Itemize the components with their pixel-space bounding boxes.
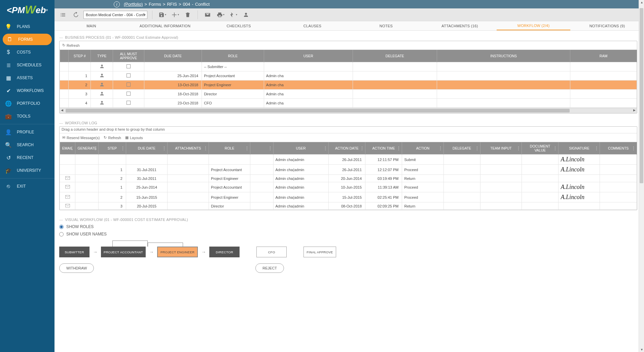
col-header[interactable]: STEP # (69, 50, 91, 62)
section-business-process-label: BUSINESS PROCESS (01 - WF-000001 Cost Es… (59, 35, 637, 39)
table-row[interactable]: 213-Oct-2018Project EngineerAdmin cha (60, 81, 637, 90)
sidebar-item-university[interactable]: 🎓UNIVERSITY (0, 164, 55, 177)
tab-workflow-2-4-[interactable]: WORKFLOW (2/4) (497, 21, 570, 30)
col-header[interactable]: DELEGATE⋮ (443, 142, 480, 155)
col-header[interactable]: ROLE⋮ (209, 142, 250, 155)
col-header[interactable]: DOCUMENT VALUE⋮ (522, 142, 559, 155)
delete-icon[interactable] (183, 10, 193, 20)
col-header[interactable]: GENERATE⋮ (75, 142, 98, 155)
col-header[interactable]: EMAIL⋮ (60, 142, 75, 155)
sidebar-item-profile[interactable]: 👤PROFILE (0, 126, 55, 138)
sidebar-item-costs[interactable]: $COSTS (0, 46, 55, 59)
tab-clauses[interactable]: CLAUSES (276, 21, 349, 30)
flow-box-director[interactable]: DIRECTOR (209, 247, 240, 257)
table-row[interactable]: 131-Jul-2011Project AccountantAdmin cha(… (60, 165, 637, 175)
col-header[interactable]: ALL MUST APPROVE (113, 50, 144, 62)
tab-checklists[interactable]: CHECKLISTS (202, 21, 276, 30)
list-icon[interactable] (58, 10, 68, 20)
col-header[interactable]: TEAM INPUT⋮ (480, 142, 522, 155)
flow-box-submitter[interactable]: SUBMITTER (59, 247, 90, 257)
refresh-log-button[interactable]: ↻ Refresh (104, 135, 121, 140)
col-header[interactable]: ACTION TIME⋮ (365, 142, 402, 155)
col-header[interactable]: INSTRUCTIONS (437, 50, 570, 62)
withdraw-button[interactable]: WITHDRAW (59, 263, 94, 273)
sidebar-item-schedules[interactable]: ≣SCHEDULES (0, 59, 55, 71)
refresh-button[interactable]: ↻ Refresh (62, 43, 80, 47)
table-row[interactable]: 423-Oct-2018CFOAdmin cha (60, 99, 637, 108)
tab-notifications-9-[interactable]: NOTIFICATIONS (9) (570, 21, 644, 30)
checkbox-icon[interactable] (127, 64, 131, 68)
sidebar-item-exit[interactable]: ⎋ EXIT (0, 180, 55, 193)
checkbox-icon[interactable] (127, 73, 131, 77)
info-icon[interactable]: i (114, 1, 120, 7)
action-icon[interactable]: ▾ (228, 10, 238, 20)
col-header[interactable]: ACTION⋮ (402, 142, 443, 155)
table-row[interactable]: 215-Jun-2015Project EngineerAdmin cha(ad… (60, 192, 637, 202)
col-header[interactable]: ROLE (202, 50, 264, 62)
flow-box-cfo[interactable]: CFO (256, 247, 287, 257)
col-header[interactable]: USER (264, 50, 353, 62)
print-icon[interactable]: ▾ (215, 10, 225, 20)
record-selector-combo[interactable]: Boston Medical Center - 004 - Confl (83, 11, 147, 19)
col-header[interactable]: DUE DATE (144, 50, 202, 62)
table-row[interactable]: Admin cha(admin26-Jul-201112:11:57 PMSub… (60, 155, 637, 165)
col-header[interactable]: ⋮ (250, 142, 273, 155)
breadcrumb-conflict: Conflict (195, 2, 210, 7)
breadcrumb-rfis[interactable]: RFIS (167, 2, 177, 7)
save-icon[interactable]: ▾ (157, 10, 167, 20)
group-drop-area[interactable]: Drag a column header and drop it here to… (60, 127, 637, 133)
col-header[interactable]: USER⋮ (273, 142, 328, 155)
email-icon[interactable] (203, 10, 213, 20)
tab-additional-information[interactable]: ADDITIONAL INFORMATION (128, 21, 202, 30)
table-row[interactable]: 125-Jun-2014Project AccountantAdmin cha (60, 71, 637, 81)
checkbox-icon[interactable] (127, 101, 131, 105)
sidebar-item-assets[interactable]: ▦ASSETS (0, 71, 55, 84)
breadcrumb-portfolio[interactable]: (Portfolio) (124, 2, 143, 7)
vertical-scrollbar[interactable]: ▲▼ (639, 0, 644, 352)
tab-main[interactable]: MAIN (55, 21, 128, 30)
layouts-button[interactable]: ▦ Layouts (125, 135, 143, 140)
col-header[interactable]: ACTION DATE⋮ (328, 142, 365, 155)
arrow-icon: → (149, 249, 154, 255)
sidebar-item-forms[interactable]: 🗒FORMS (3, 34, 52, 45)
checkbox-icon[interactable] (127, 83, 131, 87)
flow-box-project-accountant[interactable]: PROJECT ACCOUNTANT (101, 247, 146, 257)
table-row[interactable]: -- Submitter -- (60, 62, 637, 71)
bars-icon: ≣ (5, 62, 12, 68)
show-roles-radio[interactable]: SHOW ROLES (59, 224, 637, 229)
show-users-radio[interactable]: SHOW USER NAMES (59, 232, 637, 236)
col-header[interactable]: DUE DATE⋮ (126, 142, 167, 155)
breadcrumb-forms[interactable]: Forms (149, 2, 161, 7)
reject-button[interactable]: REJECT (255, 263, 284, 273)
table-row[interactable]: 125-Jun-2014Project AccountantAdmin cha(… (60, 182, 637, 192)
sidebar-item-recent[interactable]: ↺RECENT (0, 151, 55, 164)
history-icon[interactable] (71, 10, 81, 20)
table-row[interactable]: 320-Jul-2015DirectorAdmin cha(admin08-Oc… (60, 202, 637, 210)
flow-box-final-approve[interactable]: FINAL APPROVE (303, 247, 336, 257)
building-icon: ▦ (5, 75, 12, 81)
sidebar-item-portfolio[interactable]: 🌐PORTFOLIO (0, 97, 55, 110)
sidebar-item-workflows[interactable]: ✔WORKFLOWS (0, 84, 55, 97)
col-header[interactable]: ATTACHMENTS⋮ (167, 142, 209, 155)
globe-icon: 🌐 (5, 100, 12, 107)
checkbox-icon[interactable] (127, 92, 131, 96)
resend-button[interactable]: ✉ Resend Message(s) (62, 135, 100, 140)
col-header[interactable]: COMMENTS⋮ (600, 142, 637, 155)
tab-attachments-16-[interactable]: ATTACHMENTS (16) (423, 21, 497, 30)
tab-notes[interactable]: NOTES (349, 21, 423, 30)
sidebar-item-plans[interactable]: 💡PLANS (0, 20, 55, 33)
col-header[interactable]: STEP⋮ (98, 142, 126, 155)
table-row[interactable]: 318-Oct-2018DirectorAdmin cha (60, 90, 637, 99)
flow-box-project-engineer[interactable]: PROJECT ENGINEER (157, 247, 198, 257)
table-row[interactable]: 231-Jul-2011Project EngineerAdmin cha(ad… (60, 175, 637, 182)
add-icon[interactable]: ▾ (170, 10, 180, 20)
sidebar-item-search[interactable]: 🔍SEARCH (0, 138, 55, 151)
user-icon[interactable] (241, 10, 251, 20)
sidebar-item-label: WORKFLOWS (17, 88, 44, 93)
col-header[interactable]: DELEGATE (353, 50, 437, 62)
col-header[interactable]: TYPE (91, 50, 113, 62)
sidebar-item-tools[interactable]: 💼TOOLS (0, 110, 55, 123)
col-header[interactable]: SIGNATURE⋮ (559, 142, 600, 155)
horizontal-scrollbar[interactable] (60, 108, 637, 113)
col-header[interactable]: RAM (570, 50, 637, 62)
